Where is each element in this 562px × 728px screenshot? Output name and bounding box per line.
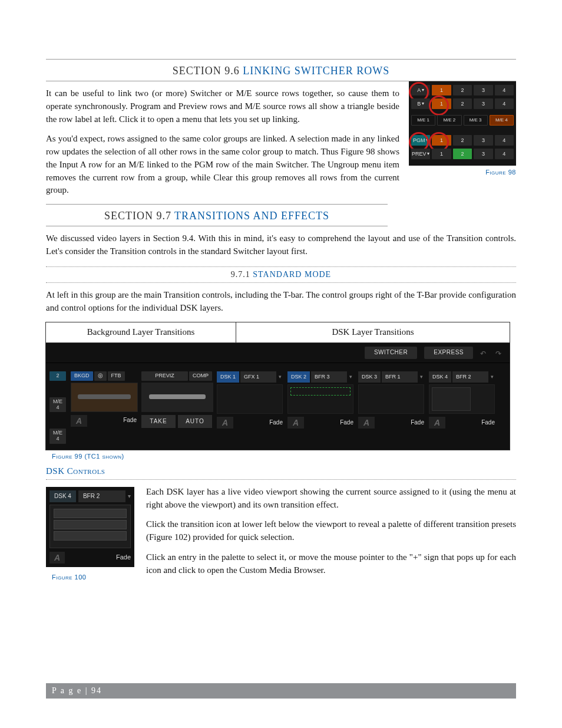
redo-icon[interactable] (495, 349, 504, 356)
fig100-fade-label: Fade (116, 553, 131, 562)
fig98-pgm-label: PGM (411, 135, 430, 146)
fig98-row-a-2: 2 (453, 85, 472, 95)
ftb-button[interactable]: FTB (108, 371, 125, 381)
bkgd-group: BKGD FTB A Fade (71, 371, 137, 444)
slot-2[interactable]: 2 (49, 371, 66, 381)
fig98-row-a-3: 3 (474, 85, 492, 95)
dsk2-fade-label: Fade (340, 419, 353, 427)
fig98-pgm-3: 3 (474, 135, 492, 146)
section-9-7-num: SECTION 9.7 (104, 210, 171, 222)
auto-button[interactable]: AUTO (178, 415, 212, 429)
para-3: We discussed video layers in Section 9.4… (46, 232, 516, 258)
section-9-6-title: SECTION 9.6 LINKING SWITCHER ROWS (46, 63, 516, 78)
section-9-7-title: SECTION 9.7 TRANSITIONS AND EFFECTS (46, 208, 388, 223)
fig98-pgm-1: 1 (432, 135, 451, 146)
bkgd-fade-label: Fade (123, 416, 137, 425)
fig100-viewport (49, 505, 131, 548)
fig98-row-b-label: B (411, 98, 430, 109)
slot-me4-a[interactable]: M/E 4 (49, 397, 66, 413)
fig98-me-1: M/E 1 (411, 115, 435, 126)
dsk2-transition-icon[interactable]: A (287, 417, 304, 429)
dsk1-source[interactable]: GFX 1 (240, 371, 276, 383)
fig98-row-b-4: 4 (495, 98, 514, 109)
fig98-row-a-1: 1 (432, 85, 451, 95)
section-9-7-1-num: 9.7.1 (231, 270, 250, 279)
dsk2-label[interactable]: DSK 2 (287, 371, 310, 383)
figure-99: Background Layer Transitions DSK Layer T… (46, 322, 516, 462)
fig98-pgm-4: 4 (495, 135, 514, 146)
para-4: At left in this group are the main Trans… (46, 289, 516, 315)
fig98-prev-2: 2 (453, 149, 472, 159)
chevron-down-icon[interactable]: ▾ (277, 373, 283, 381)
fig98-prev-4: 4 (495, 149, 514, 159)
dsk1-fade-label: Fade (269, 419, 283, 427)
dsk4-viewport (429, 384, 495, 414)
figure-100: DSK 4 BFR 2 ▾ A Fade Figure 100 (46, 487, 134, 582)
dsk2-group: DSK 2 BFR 3 ▾ A Fade (287, 371, 353, 444)
take-button[interactable]: TAKE (141, 415, 176, 429)
fig98-me-2: M/E 2 (437, 115, 461, 126)
figure-100-caption: Figure 100 (52, 573, 134, 582)
fig98-row-b-3: 3 (474, 98, 492, 109)
fig98-row-a-label: A (411, 85, 430, 95)
section-9-6-num: SECTION 9.6 (173, 65, 240, 77)
fig100-dsk-label[interactable]: DSK 4 (49, 490, 76, 503)
figure-98: A 1 2 3 4 B 1 2 3 4 M/E 1 M/E 2 M/E 3 M/… (409, 81, 516, 177)
figure-98-caption: Figure 98 (409, 168, 516, 177)
tbar-thumbnail[interactable] (141, 383, 213, 412)
dsk3-fade-label: Fade (411, 419, 424, 427)
tab-express[interactable]: EXPRESS (424, 347, 473, 359)
dsk4-label[interactable]: DSK 4 (429, 371, 451, 383)
dsk2-viewport (287, 384, 353, 414)
dsk3-transition-icon[interactable]: A (358, 417, 375, 429)
dsk4-group: DSK 4 BFR 2 ▾ A Fade (429, 371, 495, 444)
chevron-down-icon[interactable]: ▾ (348, 373, 353, 381)
eye-icon[interactable] (94, 371, 107, 381)
fig98-row-b-1: 1 (432, 98, 451, 109)
previz-group: PREVIZ COMP TAKE AUTO (141, 371, 212, 444)
slot-me4-b[interactable]: M/E 4 (49, 429, 66, 444)
dsk3-source[interactable]: BFR 1 (382, 371, 418, 383)
dsk1-transition-icon[interactable]: A (217, 417, 233, 429)
undo-icon[interactable] (480, 349, 488, 356)
fig98-prev-3: 3 (474, 149, 492, 159)
dsk2-source[interactable]: BFR 3 (311, 371, 347, 383)
section-9-7-1-name: STANDARD MODE (253, 270, 331, 279)
dsk1-group: DSK 1 GFX 1 ▾ A Fade (217, 371, 283, 444)
page-footer: P a g e | 94 (46, 683, 516, 699)
fig98-row-b-2: 2 (453, 98, 472, 109)
fig98-prev-1: 1 (432, 149, 451, 159)
fig99-header-right: DSK Layer Transitions (236, 322, 510, 342)
chevron-down-icon[interactable]: ▾ (419, 373, 424, 381)
fig98-prev-label: PREV (411, 149, 430, 159)
fig98-me-3: M/E 3 (464, 115, 488, 126)
bkgd-button[interactable]: BKGD (71, 371, 93, 381)
dsk3-viewport (358, 384, 424, 414)
bkgd-thumbnail (71, 383, 138, 412)
fig98-pgm-2: 2 (453, 135, 472, 146)
figure-99-caption: Figure 99 (TC1 shown) (52, 452, 516, 462)
dsk3-group: DSK 3 BFR 1 ▾ A Fade (358, 371, 424, 444)
dsk3-label[interactable]: DSK 3 (358, 371, 381, 383)
dsk4-fade-label: Fade (481, 419, 495, 427)
dsk4-transition-icon[interactable]: A (429, 417, 445, 429)
section-9-7-1-title: 9.7.1 STANDARD MODE (46, 266, 516, 283)
dsk-controls-heading: DSK Controls (46, 465, 516, 480)
comp-button[interactable]: COMP (189, 371, 212, 381)
section-9-6-name: LINKING SWITCHER ROWS (243, 65, 389, 77)
fig99-header-left: Background Layer Transitions (46, 322, 236, 342)
dsk1-viewport (217, 384, 283, 414)
fig98-me-4: M/E 4 (490, 115, 514, 126)
tab-switcher[interactable]: SWITCHER (365, 347, 417, 359)
fig100-source[interactable]: BFR 2 (78, 490, 125, 503)
section-9-7-name: TRANSITIONS AND EFFECTS (174, 210, 329, 222)
fig100-transition-icon[interactable]: A (49, 552, 65, 564)
chevron-down-icon[interactable]: ▾ (128, 492, 131, 501)
dsk4-source[interactable]: BFR 2 (452, 371, 488, 383)
chevron-down-icon[interactable]: ▾ (490, 373, 495, 381)
previz-button[interactable]: PREVIZ (141, 371, 188, 381)
transition-a-icon[interactable]: A (71, 415, 87, 427)
fig98-row-a-4: 4 (495, 85, 514, 95)
dsk1-label[interactable]: DSK 1 (217, 371, 239, 383)
